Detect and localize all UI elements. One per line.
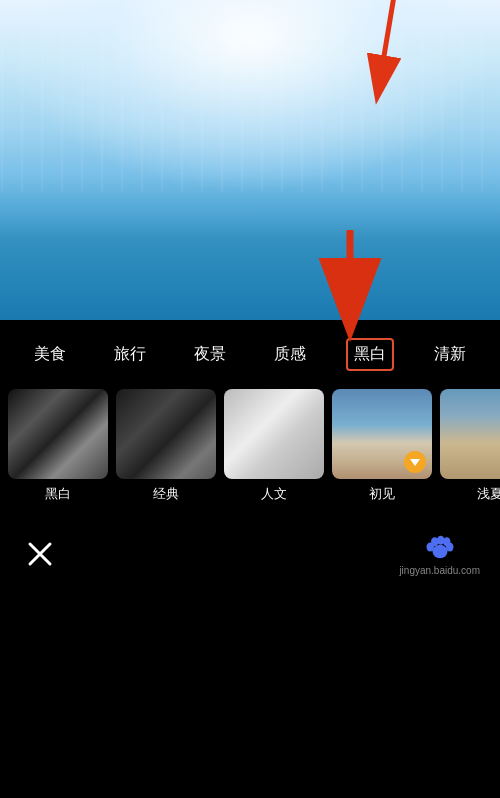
thumb-chujian-img	[332, 389, 432, 479]
category-zhigan[interactable]: 质感	[266, 338, 314, 371]
thumb-heibai-label: 黑白	[45, 485, 71, 503]
category-heibai[interactable]: 黑白	[346, 338, 394, 371]
svg-line-1	[380, 0, 400, 80]
download-icon	[410, 459, 420, 466]
sky-image	[0, 0, 500, 320]
bottom-bar: jingyan.baidu.com	[0, 519, 500, 588]
filter-categories: 美食 旅行 夜景 质感 黑白 清新	[0, 320, 500, 385]
baidu-paw-icon	[422, 529, 458, 565]
watermark-text: jingyan.baidu.com	[399, 565, 480, 576]
thumb-heibai[interactable]: 黑白	[8, 389, 108, 503]
category-lvxing[interactable]: 旅行	[106, 338, 154, 371]
thumb-jingdian-label: 经典	[153, 485, 179, 503]
baidu-logo	[420, 531, 460, 563]
thumb-qianxia-label: 浅夏	[477, 485, 500, 503]
thumb-chujian[interactable]: 初见	[332, 389, 432, 503]
black-panel: 美食 旅行 夜景 质感 黑白 清新 黑白 经典 人文	[0, 320, 500, 588]
thumb-heibai-img	[8, 389, 108, 479]
close-icon	[26, 540, 54, 568]
red-arrow	[340, 0, 420, 110]
download-badge	[404, 451, 426, 473]
thumb-qianxia[interactable]: 浅夏	[440, 389, 500, 503]
category-meishi[interactable]: 美食	[26, 338, 74, 371]
svg-point-6	[432, 545, 447, 559]
thumb-jingdian-img	[116, 389, 216, 479]
thumb-qianxia-img	[440, 389, 500, 479]
photo-area	[0, 0, 500, 320]
close-button[interactable]	[20, 534, 60, 574]
thumb-renwen-label: 人文	[261, 485, 287, 503]
thumb-chujian-label: 初见	[369, 485, 395, 503]
filter-thumbnails: 黑白 经典 人文 初见 浅夏	[0, 385, 500, 519]
category-yejing[interactable]: 夜景	[186, 338, 234, 371]
thumb-renwen[interactable]: 人文	[224, 389, 324, 503]
watermark: jingyan.baidu.com	[399, 531, 480, 576]
thumb-renwen-img	[224, 389, 324, 479]
thumb-jingdian[interactable]: 经典	[116, 389, 216, 503]
svg-point-11	[446, 543, 454, 552]
category-qingxin[interactable]: 清新	[426, 338, 474, 371]
